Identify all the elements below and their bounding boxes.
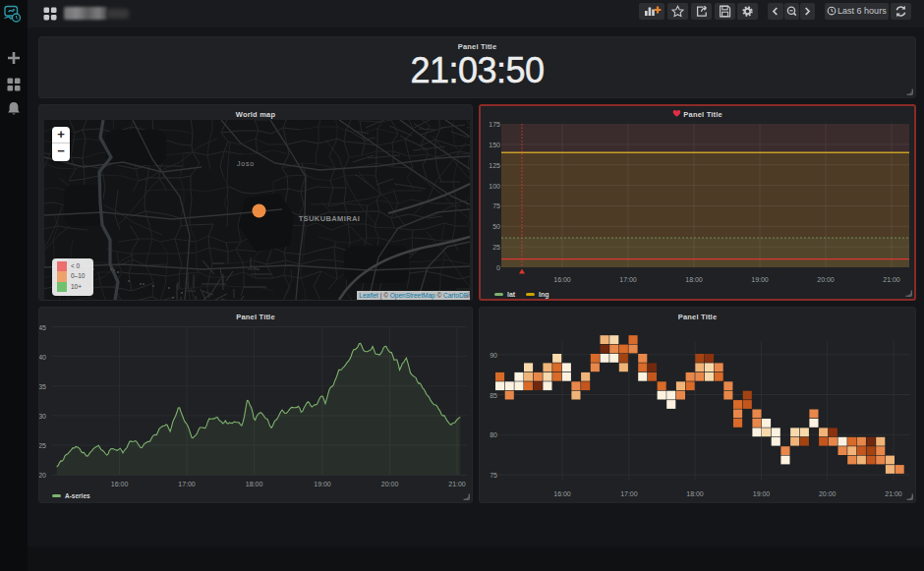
svg-text:80: 80	[490, 431, 497, 438]
svg-text:lat: lat	[507, 291, 516, 298]
svg-text:17:00: 17:00	[620, 490, 638, 497]
svg-text:175: 175	[489, 121, 500, 128]
svg-text:21:00: 21:00	[883, 276, 900, 283]
svg-text:20: 20	[39, 472, 46, 479]
svg-text:100: 100	[489, 183, 500, 190]
svg-text:40: 40	[39, 354, 46, 361]
svg-text:16:00: 16:00	[553, 276, 571, 283]
svg-text:16:00: 16:00	[111, 481, 129, 487]
svg-text:TSUKUBAMIRAI: TSUKUBAMIRAI	[299, 214, 361, 223]
svg-text:21:00: 21:00	[885, 490, 902, 497]
svg-text:18:00: 18:00	[686, 490, 704, 497]
svg-text:18:00: 18:00	[246, 481, 263, 487]
svg-text:19:00: 19:00	[314, 481, 331, 487]
svg-text:20:00: 20:00	[819, 490, 837, 497]
svg-text:50: 50	[492, 223, 500, 230]
svg-text:17:00: 17:00	[619, 276, 637, 283]
svg-text:19:00: 19:00	[753, 490, 771, 497]
svg-text:Joso: Joso	[237, 160, 255, 167]
svg-text:16:00: 16:00	[553, 490, 571, 497]
svg-text:25: 25	[39, 442, 46, 449]
svg-text:150: 150	[489, 142, 500, 148]
svg-text:0: 0	[496, 264, 500, 271]
svg-text:20:00: 20:00	[381, 481, 399, 487]
svg-text:45: 45	[39, 324, 46, 331]
svg-text:25: 25	[492, 244, 500, 251]
svg-text:20:00: 20:00	[817, 276, 835, 283]
svg-text:75: 75	[490, 472, 497, 479]
svg-text:19:00: 19:00	[751, 276, 769, 283]
svg-text:lng: lng	[539, 291, 549, 299]
svg-text:21:00: 21:00	[448, 481, 466, 487]
svg-text:A-series: A-series	[65, 492, 90, 499]
svg-text:125: 125	[489, 162, 500, 169]
svg-text:85: 85	[490, 392, 497, 399]
svg-text:75: 75	[492, 202, 500, 209]
svg-text:35: 35	[39, 383, 46, 390]
svg-text:90: 90	[490, 352, 497, 359]
svg-text:18:00: 18:00	[685, 276, 703, 283]
svg-text:30: 30	[39, 413, 46, 420]
svg-text:17:00: 17:00	[178, 481, 196, 487]
